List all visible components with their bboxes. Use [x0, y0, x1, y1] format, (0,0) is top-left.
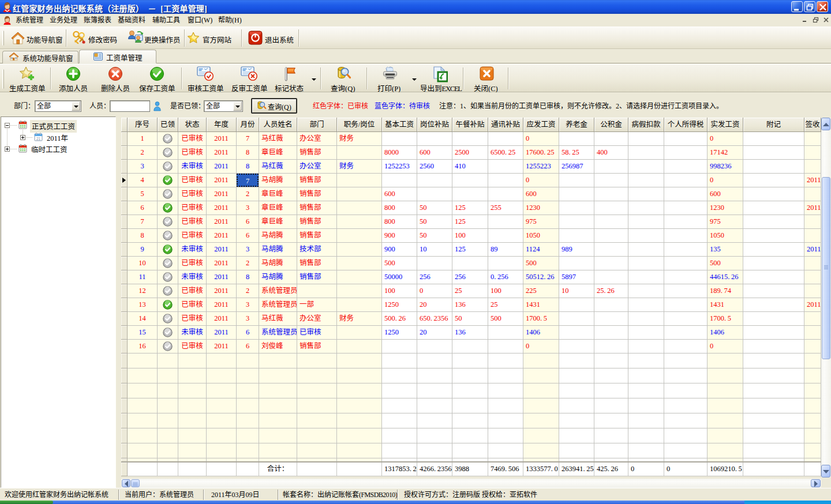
svg-text:21: 21: [36, 137, 41, 141]
